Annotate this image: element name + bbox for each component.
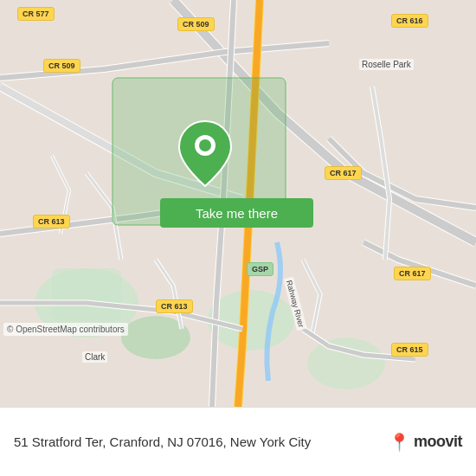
cr613-left-badge: CR 613 xyxy=(33,215,70,228)
cr617-right-badge: CR 617 xyxy=(394,267,431,280)
cr509-top-badge: CR 509 xyxy=(177,17,215,31)
clark-label: Clark xyxy=(82,351,107,363)
svg-rect-5 xyxy=(52,268,121,320)
cr617-mid-badge: CR 617 xyxy=(325,166,362,180)
cr615-badge: CR 615 xyxy=(391,343,428,357)
svg-point-2 xyxy=(208,290,294,351)
svg-point-9 xyxy=(199,139,211,151)
gsp-badge: GSP xyxy=(247,262,273,276)
cr616-badge: CR 616 xyxy=(391,14,428,28)
bottom-info-bar: 51 Stratford Ter, Cranford, NJ 07016, Ne… xyxy=(0,407,476,476)
moovit-brand-text: moovit xyxy=(414,433,462,451)
roselle-park-label: Roselle Park xyxy=(359,59,414,70)
cr613-bot-badge: CR 613 xyxy=(156,299,193,313)
address-text: 51 Stratford Ter, Cranford, NJ 07016, Ne… xyxy=(14,434,389,449)
svg-point-4 xyxy=(307,338,385,389)
take-me-there-button[interactable]: Take me there xyxy=(160,198,313,228)
cr577-badge: CR 577 xyxy=(17,7,55,21)
moovit-pin-icon: 📍 xyxy=(389,432,410,453)
map-view: CR 577 CR 509 CR 509 CR 616 CR 617 CR 61… xyxy=(0,0,476,407)
osm-attribution: © OpenStreetMap contributors xyxy=(3,323,128,336)
moovit-logo: 📍 moovit xyxy=(389,432,462,453)
cr509-left-badge: CR 509 xyxy=(43,59,80,73)
